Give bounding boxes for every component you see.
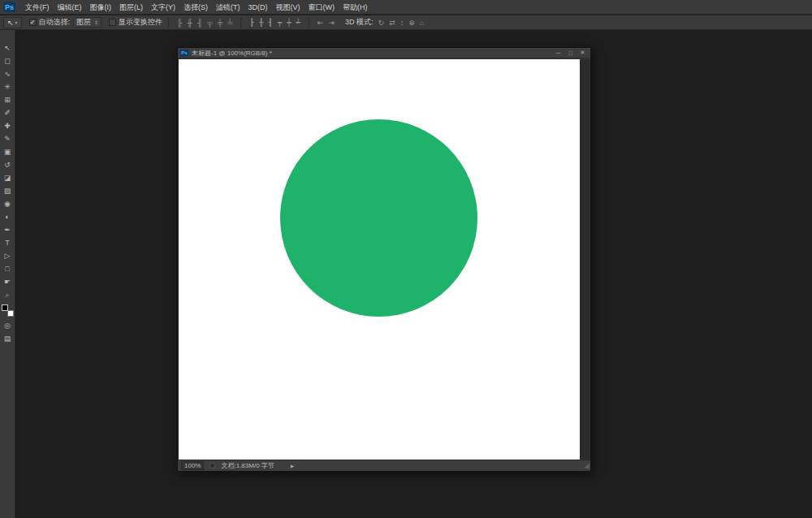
healing-brush-tool[interactable]: ✚	[0, 119, 15, 132]
crop-tool[interactable]: ⊞	[0, 93, 15, 106]
3d-slide-icon[interactable]: ⊕	[406, 15, 417, 30]
distribute-left-icon[interactable]: ┯	[275, 15, 284, 30]
distribute-top-icon[interactable]: ┠	[247, 15, 256, 30]
chevron-down-icon: ▾	[15, 19, 18, 25]
auto-select-value: 图层	[76, 17, 91, 28]
type-tool[interactable]: T	[0, 236, 15, 249]
show-transform-label: 显示变换控件	[119, 17, 162, 28]
3d-scale-icon[interactable]: ⌂	[417, 15, 426, 30]
background-color-swatch[interactable]	[7, 310, 14, 317]
quick-selection-tool[interactable]: ✳	[0, 80, 15, 93]
color-swatches[interactable]	[2, 304, 14, 317]
align-bottom-edges-icon[interactable]: ╧	[225, 15, 235, 30]
path-selection-tool[interactable]: ▷	[0, 249, 15, 262]
checkbox-unchecked-icon	[109, 19, 116, 26]
minimize-button[interactable]: ─	[553, 49, 564, 58]
tools-panel: ↖ ◻ ∿ ✳ ⊞ ✐ ✚ ✎ ▣ ↺ ◪ ▧ ◉ ◐ ✒ T ▷ □ ☛ ⌕ …	[0, 30, 15, 518]
document-size-info: 文档:1.83M/0 字节	[221, 461, 274, 470]
menu-item-filter[interactable]: 滤镜(T)	[212, 0, 244, 15]
3d-rotate-icon[interactable]: ↻	[376, 15, 387, 30]
document-tab-icon: Ps	[180, 50, 188, 57]
gradient-tool[interactable]: ▧	[0, 184, 15, 197]
menu-item-file[interactable]: 文件(F)	[21, 0, 54, 15]
resize-grip-icon[interactable]: ◢	[584, 460, 590, 471]
separator	[168, 18, 169, 28]
align-vertical-centers-icon[interactable]: ╪	[215, 15, 225, 30]
blur-tool[interactable]: ◉	[0, 197, 15, 210]
pen-tool[interactable]: ✒	[0, 223, 15, 236]
document-title: 未标题-1 @ 100%(RGB/8) *	[192, 49, 551, 58]
menu-item-help[interactable]: 帮助(H)	[339, 0, 372, 15]
3d-mode-label: 3D 模式:	[345, 17, 374, 28]
auto-select-label: 自动选择:	[39, 17, 71, 28]
move-tool-icon: ↖	[7, 19, 14, 27]
lasso-tool[interactable]: ∿	[0, 67, 15, 80]
distribute-horizontal-centers-icon[interactable]: ┿	[284, 15, 293, 30]
foreground-color-swatch[interactable]	[2, 304, 8, 311]
close-button[interactable]: ✕	[577, 49, 588, 58]
canvas[interactable]	[179, 59, 580, 460]
clone-stamp-tool[interactable]: ▣	[0, 145, 15, 158]
photoshop-logo: Ps	[3, 2, 15, 12]
show-transform-checkbox[interactable]: 显示变换控件	[109, 17, 162, 28]
checkbox-checked-icon: ✓	[29, 19, 37, 26]
menu-item-layer[interactable]: 图层(L)	[115, 0, 147, 15]
tool-preset-picker[interactable]: ↖ ▾	[3, 17, 22, 28]
auto-align-icon[interactable]: ⇤	[315, 15, 326, 30]
menu-item-view[interactable]: 视图(V)	[272, 0, 304, 15]
rectangle-tool[interactable]: □	[0, 262, 15, 275]
distribute-right-icon[interactable]: ┷	[294, 15, 303, 30]
history-brush-tool[interactable]: ↺	[0, 158, 15, 171]
auto-select-checkbox[interactable]: ✓ 自动选择:	[29, 17, 71, 28]
menu-item-image[interactable]: 图像(I)	[86, 0, 116, 15]
eraser-tool[interactable]: ◪	[0, 171, 15, 184]
status-knob-icon	[209, 463, 215, 468]
menu-bar: Ps 文件(F) 编辑(E) 图像(I) 图层(L) 文字(Y) 选择(S) 滤…	[0, 0, 812, 15]
quick-mask-button[interactable]: ◎	[0, 319, 15, 332]
dodge-tool[interactable]: ◐	[0, 210, 15, 223]
brush-tool[interactable]: ✎	[0, 132, 15, 145]
menu-item-edit[interactable]: 编辑(E)	[54, 0, 86, 15]
align-left-edges-icon[interactable]: ╟	[175, 15, 184, 30]
separator	[240, 18, 241, 28]
green-circle[interactable]	[280, 119, 477, 317]
screen-mode-button[interactable]: ▤	[0, 332, 15, 345]
3d-drag-icon[interactable]: ↕	[398, 15, 407, 30]
menu-item-type[interactable]: 文字(Y)	[147, 0, 179, 15]
separator	[309, 18, 309, 28]
marquee-tool[interactable]: ◻	[0, 54, 15, 67]
distribute-bottom-icon[interactable]: ┨	[266, 15, 274, 30]
align-top-edges-icon[interactable]: ╤	[205, 15, 214, 30]
maximize-button[interactable]: □	[565, 49, 576, 58]
zoom-level-field[interactable]: 100%	[181, 461, 204, 470]
distribute-vertical-centers-icon[interactable]: ╂	[257, 15, 266, 30]
align-horizontal-centers-icon[interactable]: ╫	[185, 15, 195, 30]
spinner-arrows-icon: ⇕	[94, 19, 98, 25]
menu-item-window[interactable]: 窗口(W)	[304, 0, 339, 15]
move-tool[interactable]: ↖	[0, 41, 15, 54]
document-content-area	[178, 59, 590, 460]
zoom-tool[interactable]: ⌕	[0, 288, 15, 301]
menu-item-select[interactable]: 选择(S)	[179, 0, 212, 15]
document-titlebar[interactable]: Ps 未标题-1 @ 100%(RGB/8) * ─ □ ✕	[178, 48, 590, 58]
hand-tool[interactable]: ☛	[0, 275, 15, 288]
options-bar: ↖ ▾ ✓ 自动选择: 图层 ⇕ 显示变换控件 ╟ ╫ ╢ ╤ ╪ ╧ ┠ ╂ …	[0, 15, 812, 30]
auto-select-target-dropdown[interactable]: 图层 ⇕	[73, 17, 102, 28]
document-statusbar: 100% 文档:1.83M/0 字节 ▶ ◢	[178, 460, 590, 471]
menu-item-3d[interactable]: 3D(D)	[244, 0, 272, 15]
3d-roll-icon[interactable]: ⇄	[387, 15, 398, 30]
document-window: Ps 未标题-1 @ 100%(RGB/8) * ─ □ ✕ 100% 文档:1…	[177, 47, 591, 472]
align-right-edges-icon[interactable]: ╢	[195, 15, 205, 30]
auto-blend-icon[interactable]: ⇥	[326, 15, 338, 30]
status-popup-arrow-icon[interactable]: ▶	[291, 463, 295, 468]
eyedropper-tool[interactable]: ✐	[0, 106, 15, 119]
